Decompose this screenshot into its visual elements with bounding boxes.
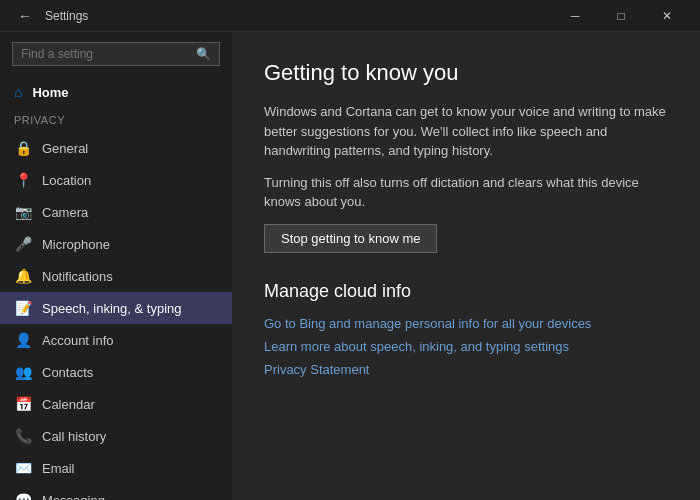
sidebar-item-label-contacts: Contacts bbox=[42, 365, 93, 380]
sidebar-item-label-email: Email bbox=[42, 461, 75, 476]
sidebar: 🔍 ⌂ Home Privacy 🔒General📍Location📷Camer… bbox=[0, 32, 232, 500]
privacy-section-label: Privacy bbox=[0, 108, 232, 132]
sidebar-item-camera[interactable]: 📷Camera bbox=[0, 196, 232, 228]
cloud-links: Go to Bing and manage personal info for … bbox=[264, 316, 668, 377]
manage-cloud-heading: Manage cloud info bbox=[264, 281, 668, 302]
sidebar-item-email[interactable]: ✉️Email bbox=[0, 452, 232, 484]
search-box[interactable]: 🔍 bbox=[12, 42, 220, 66]
sidebar-item-location[interactable]: 📍Location bbox=[0, 164, 232, 196]
content-area: Getting to know you Windows and Cortana … bbox=[232, 32, 700, 500]
search-icon: 🔍 bbox=[196, 47, 211, 61]
sidebar-item-microphone[interactable]: 🎤Microphone bbox=[0, 228, 232, 260]
sidebar-item-label-messaging: Messaging bbox=[42, 493, 105, 501]
email-icon: ✉️ bbox=[14, 460, 32, 476]
account-icon: 👤 bbox=[14, 332, 32, 348]
home-icon: ⌂ bbox=[14, 84, 22, 100]
sidebar-item-label-callhistory: Call history bbox=[42, 429, 106, 444]
description-2: Turning this off also turns off dictatio… bbox=[264, 173, 668, 212]
sidebar-item-label-camera: Camera bbox=[42, 205, 88, 220]
home-label: Home bbox=[32, 85, 68, 100]
notifications-icon: 🔔 bbox=[14, 268, 32, 284]
back-button[interactable]: ← bbox=[10, 1, 40, 31]
sidebar-item-callhistory[interactable]: 📞Call history bbox=[0, 420, 232, 452]
callhistory-icon: 📞 bbox=[14, 428, 32, 444]
cloud-link-1[interactable]: Learn more about speech, inking, and typ… bbox=[264, 339, 668, 354]
minimize-button[interactable]: ─ bbox=[552, 1, 598, 31]
stop-button[interactable]: Stop getting to know me bbox=[264, 224, 437, 253]
location-icon: 📍 bbox=[14, 172, 32, 188]
sidebar-item-label-speech: Speech, inking, & typing bbox=[42, 301, 181, 316]
sidebar-item-label-calendar: Calendar bbox=[42, 397, 95, 412]
sidebar-item-home[interactable]: ⌂ Home bbox=[0, 76, 232, 108]
app-title: Settings bbox=[45, 9, 552, 23]
microphone-icon: 🎤 bbox=[14, 236, 32, 252]
maximize-button[interactable]: □ bbox=[598, 1, 644, 31]
window-controls: ─ □ ✕ bbox=[552, 1, 690, 31]
cloud-link-2[interactable]: Privacy Statement bbox=[264, 362, 668, 377]
sidebar-item-general[interactable]: 🔒General bbox=[0, 132, 232, 164]
close-icon: ✕ bbox=[662, 9, 672, 23]
general-icon: 🔒 bbox=[14, 140, 32, 156]
sidebar-item-speech[interactable]: 📝Speech, inking, & typing bbox=[0, 292, 232, 324]
close-button[interactable]: ✕ bbox=[644, 1, 690, 31]
nav-list: 🔒General📍Location📷Camera🎤Microphone🔔Noti… bbox=[0, 132, 232, 500]
sidebar-item-label-general: General bbox=[42, 141, 88, 156]
sidebar-item-messaging[interactable]: 💬Messaging bbox=[0, 484, 232, 500]
sidebar-item-label-microphone: Microphone bbox=[42, 237, 110, 252]
back-icon: ← bbox=[18, 8, 32, 24]
cloud-link-0[interactable]: Go to Bing and manage personal info for … bbox=[264, 316, 668, 331]
page-title: Getting to know you bbox=[264, 60, 668, 86]
messaging-icon: 💬 bbox=[14, 492, 32, 500]
sidebar-item-notifications[interactable]: 🔔Notifications bbox=[0, 260, 232, 292]
title-bar: ← Settings ─ □ ✕ bbox=[0, 0, 700, 32]
maximize-icon: □ bbox=[617, 9, 624, 23]
sidebar-item-calendar[interactable]: 📅Calendar bbox=[0, 388, 232, 420]
description-1: Windows and Cortana can get to know your… bbox=[264, 102, 668, 161]
search-input[interactable] bbox=[21, 47, 196, 61]
calendar-icon: 📅 bbox=[14, 396, 32, 412]
main-layout: 🔍 ⌂ Home Privacy 🔒General📍Location📷Camer… bbox=[0, 32, 700, 500]
sidebar-item-account[interactable]: 👤Account info bbox=[0, 324, 232, 356]
sidebar-item-label-notifications: Notifications bbox=[42, 269, 113, 284]
speech-icon: 📝 bbox=[14, 300, 32, 316]
sidebar-item-contacts[interactable]: 👥Contacts bbox=[0, 356, 232, 388]
sidebar-item-label-location: Location bbox=[42, 173, 91, 188]
sidebar-item-label-account: Account info bbox=[42, 333, 114, 348]
minimize-icon: ─ bbox=[571, 9, 580, 23]
contacts-icon: 👥 bbox=[14, 364, 32, 380]
camera-icon: 📷 bbox=[14, 204, 32, 220]
